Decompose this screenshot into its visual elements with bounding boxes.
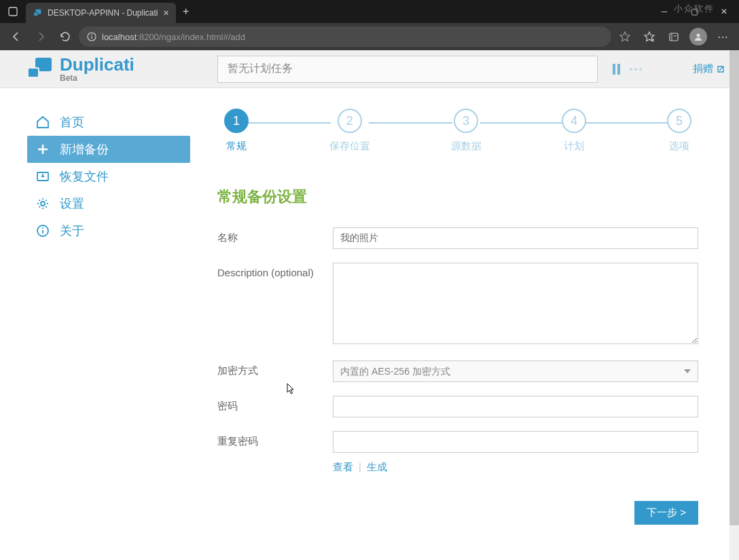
donate-link[interactable]: 捐赠 [693,62,725,75]
app-logo[interactable]: Duplicati Beta [27,56,211,83]
pause-button[interactable] [613,64,620,75]
tab-favicon-icon [33,8,42,18]
site-info-icon [87,32,96,41]
window-close-button[interactable]: ✕ [709,0,739,23]
next-button[interactable]: 下一步 > [634,501,698,525]
new-tab-button[interactable]: + [176,5,196,18]
back-button[interactable] [5,26,27,48]
section-title: 常规备份设置 [217,187,698,207]
window-maximize-button[interactable]: ▢ [679,0,709,23]
step-2[interactable]: 2 保存位置 [329,109,370,153]
browser-tab[interactable]: DESKTOP-APPINN - Duplicati × [26,3,176,23]
svg-rect-0 [9,7,17,16]
encryption-label: 加密方式 [217,360,333,377]
url-path: :8200/ngax/index.html#/add [137,32,245,42]
tab-manager-button[interactable] [0,0,26,23]
window-minimize-button[interactable]: ─ [649,0,679,23]
step-5[interactable]: 5 选项 [667,109,691,153]
step-1[interactable]: 1 常规 [224,109,249,153]
nav-add-backup[interactable]: 新增备份 [27,136,190,163]
menu-button[interactable]: ⋯ [712,26,734,48]
forward-button[interactable] [30,26,52,48]
description-textarea[interactable] [333,263,698,344]
url-host: localhost [102,32,137,42]
nav-home[interactable]: 首页 [27,109,190,136]
svg-rect-8 [670,33,678,41]
svg-point-15 [41,202,45,206]
home-icon [35,115,50,130]
duplicati-logo-icon [27,58,53,81]
info-icon [35,223,50,238]
profile-button[interactable] [687,26,709,48]
throttle-button[interactable] [630,68,642,71]
collections-button[interactable] [663,26,685,48]
star-button[interactable] [614,26,636,48]
wizard-steps: 1 常规 2 保存位置 3 源数据 4 计划 [217,109,698,153]
svg-rect-2 [34,12,38,16]
encryption-select[interactable]: 内置的 AES-256 加密方式 [333,360,698,382]
vertical-scrollbar[interactable] [729,50,739,560]
svg-point-11 [697,34,700,37]
restore-icon [35,169,50,184]
tab-title: DESKTOP-APPINN - Duplicati [48,8,158,18]
external-link-icon [716,64,725,74]
refresh-button[interactable] [54,26,76,48]
description-label: Description (optional) [217,263,333,278]
plus-icon [35,142,50,157]
password-input[interactable] [333,396,698,417]
repeat-password-input[interactable] [333,431,698,453]
beta-label: Beta [60,73,134,83]
nav-about[interactable]: 关于 [27,217,190,244]
name-input[interactable] [333,227,698,249]
nav-settings[interactable]: 设置 [27,190,190,217]
app-name: Duplicati [60,56,134,73]
name-label: 名称 [217,227,333,244]
password-label: 密码 [217,396,333,413]
nav-restore[interactable]: 恢复文件 [27,163,190,190]
generate-password-link[interactable]: 生成 [367,461,387,474]
step-3[interactable]: 3 源数据 [451,109,482,153]
address-bar[interactable]: localhost:8200/ngax/index.html#/add [79,26,611,47]
tab-close-icon[interactable]: × [164,7,169,18]
gear-icon [35,196,50,211]
show-password-link[interactable]: 查看 [333,461,353,474]
step-4[interactable]: 4 计划 [562,109,586,153]
favorites-button[interactable] [638,26,660,48]
repeat-password-label: 重复密码 [217,431,333,448]
status-bar: 暂无计划任务 [217,56,598,83]
